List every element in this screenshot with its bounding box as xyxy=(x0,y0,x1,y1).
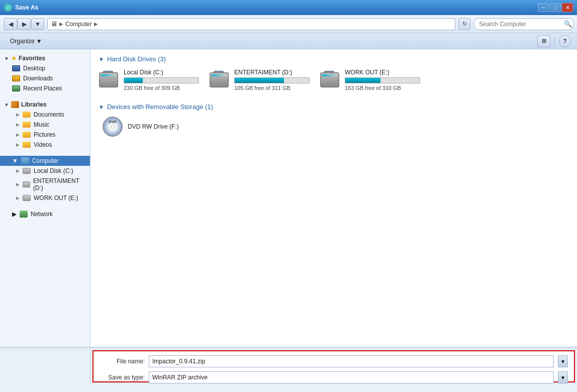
organize-button[interactable]: Organize ▼ xyxy=(6,35,46,47)
sidebar-item-local-disk-c[interactable]: ▶ Local Disk (C:) xyxy=(0,166,90,176)
sidebar-item-documents[interactable]: ▶ Documents xyxy=(0,110,90,120)
breadcrumb[interactable]: 🖥 ▶ Computer ▶ xyxy=(47,18,455,30)
organize-label: Organize xyxy=(10,38,35,45)
recent-places-icon xyxy=(12,85,20,91)
sidebar-item-network[interactable]: ▶ Network xyxy=(0,209,90,219)
favorites-section: ▼ ★ Favorites Desktop Downloads Recent P… xyxy=(0,53,90,93)
search-input[interactable] xyxy=(473,18,574,30)
drive-item-d[interactable]: ENTERTAIMENT (D:) 105 GB free of 311 GB xyxy=(209,69,310,91)
dvd-drive-item[interactable]: DVD RW Drive (F:) xyxy=(103,117,569,137)
music-caret: ▶ xyxy=(16,122,20,127)
hard-disk-caret: ▼ xyxy=(99,56,104,62)
breadcrumb-icon: 🖥 xyxy=(51,20,57,28)
favorites-icon: ★ xyxy=(11,55,17,62)
filename-dropdown[interactable]: ▼ xyxy=(558,355,568,367)
toolbar: Organize ▼ ⊞ ? xyxy=(0,33,577,49)
recent-places-label: Recent Places xyxy=(23,85,62,92)
videos-caret: ▶ xyxy=(16,142,20,147)
filename-input[interactable] xyxy=(149,355,554,367)
libraries-caret: ▼ xyxy=(4,102,9,108)
content-area: ▼ Hard Disk Drives (3) Local D xyxy=(90,49,577,347)
sidebar-item-recent-places[interactable]: Recent Places xyxy=(0,83,90,93)
sidebar-item-computer[interactable]: ▼ Computer xyxy=(0,156,90,166)
desktop-label: Desktop xyxy=(23,65,45,72)
sidebar-item-downloads[interactable]: Downloads xyxy=(0,73,90,83)
videos-label: Videos xyxy=(34,141,52,148)
title-bar: Save As ─ □ ✕ xyxy=(0,0,577,15)
drive-name-c: Local Disk (C:) xyxy=(124,69,199,76)
sidebar-item-pictures[interactable]: ▶ Pictures xyxy=(0,130,90,140)
search-icon: 🔍 xyxy=(563,19,573,29)
favorites-header[interactable]: ▼ ★ Favorites xyxy=(0,53,90,63)
nav-buttons: ◀ ▶ ▼ xyxy=(4,18,44,30)
removable-title: Devices with Removable Storage (1) xyxy=(107,103,213,111)
drives-grid: Local Disk (C:) 230 GB free of 309 GB xyxy=(99,69,569,91)
documents-icon xyxy=(23,112,31,118)
drive-item-c[interactable]: Local Disk (C:) 230 GB free of 309 GB xyxy=(99,69,199,91)
sidebar-item-videos[interactable]: ▶ Videos xyxy=(0,140,90,150)
dropdown-button[interactable]: ▼ xyxy=(31,18,44,30)
view-icon: ⊞ xyxy=(542,38,546,44)
refresh-icon: ↻ xyxy=(462,21,467,27)
window-icon xyxy=(4,4,12,12)
filename-label: File name: xyxy=(100,358,145,365)
local-disk-c-caret: ▶ xyxy=(16,168,20,173)
disk-body-c xyxy=(99,72,118,87)
forward-icon: ▶ xyxy=(22,21,27,28)
local-disk-c-icon xyxy=(23,168,31,174)
back-button[interactable]: ◀ xyxy=(4,18,17,30)
savetype-select[interactable]: WinRAR ZIP archive xyxy=(149,371,554,383)
desktop-icon xyxy=(12,65,20,71)
bottom-area: File name: ▼ Save as type: WinRAR ZIP ar… xyxy=(0,347,577,392)
view-button[interactable]: ⊞ xyxy=(537,35,550,47)
hard-disk-section-header: ▼ Hard Disk Drives (3) xyxy=(99,55,569,63)
back-icon: ◀ xyxy=(9,21,13,28)
drive-item-e[interactable]: WORK OUT (E:) 163 GB free of 310 GB xyxy=(320,69,420,91)
drive-free-e: 163 GB free of 310 GB xyxy=(345,85,420,91)
sidebar-item-workout-e[interactable]: ▶ WORK OUT (E:) xyxy=(0,193,90,203)
dvd-hole xyxy=(111,125,115,129)
libraries-section: ▼ Libraries ▶ Documents ▶ Music ▶ Pictur… xyxy=(0,100,90,150)
disk-body-d xyxy=(210,72,229,87)
sidebar-item-music[interactable]: ▶ Music xyxy=(0,120,90,130)
disk-body-e xyxy=(320,72,339,87)
forward-button[interactable]: ▶ xyxy=(18,18,31,30)
libraries-header[interactable]: ▼ Libraries xyxy=(0,100,90,110)
pictures-label: Pictures xyxy=(34,131,55,138)
drive-icon-d xyxy=(209,71,229,89)
entertainment-d-caret: ▶ xyxy=(16,182,20,187)
title-controls: ─ □ ✕ xyxy=(538,3,573,12)
minimize-button[interactable]: ─ xyxy=(538,3,549,12)
sidebar: ▼ ★ Favorites Desktop Downloads Recent P… xyxy=(0,49,90,347)
favorites-label: Favorites xyxy=(19,55,45,62)
dvd-drive-label: DVD RW Drive (F:) xyxy=(128,123,179,130)
downloads-label: Downloads xyxy=(23,75,53,82)
drive-info-e: WORK OUT (E:) 163 GB free of 310 GB xyxy=(345,69,420,91)
drive-bar-e xyxy=(345,78,380,83)
local-disk-c-label: Local Disk (C:) xyxy=(34,167,73,174)
close-button[interactable]: ✕ xyxy=(562,3,573,12)
sidebar-item-entertainment-d[interactable]: ▶ ENTERTAIMENT (D:) xyxy=(0,176,90,193)
breadcrumb-location: Computer xyxy=(65,21,92,28)
libraries-label: Libraries xyxy=(21,101,47,108)
music-icon xyxy=(23,122,31,128)
drive-icon-c xyxy=(99,71,119,89)
savetype-dropdown[interactable]: ▼ xyxy=(558,371,568,383)
computer-caret: ▼ xyxy=(12,157,18,164)
maximize-button[interactable]: □ xyxy=(550,3,561,12)
savetype-row: Save as type: WinRAR ZIP archive ▼ xyxy=(93,369,574,385)
drive-name-e: WORK OUT (E:) xyxy=(345,69,420,76)
music-label: Music xyxy=(34,121,49,128)
filename-row: File name: ▼ xyxy=(93,353,574,369)
help-button[interactable]: ? xyxy=(559,35,571,47)
dvd-disk-icon xyxy=(103,117,123,137)
savetype-label: Save as type: xyxy=(100,374,145,381)
breadcrumb-separator: ▶ xyxy=(59,21,63,27)
sidebar-item-desktop[interactable]: Desktop xyxy=(0,63,90,73)
libraries-icon xyxy=(11,101,19,108)
refresh-button[interactable]: ↻ xyxy=(458,18,470,30)
drive-top-c: Local Disk (C:) 230 GB free of 309 GB xyxy=(99,69,199,91)
drive-info-c: Local Disk (C:) 230 GB free of 309 GB xyxy=(124,69,199,91)
savetype-value: WinRAR ZIP archive xyxy=(152,374,550,381)
computer-section: ▼ Computer ▶ Local Disk (C:) ▶ ENTERTAIM… xyxy=(0,156,90,203)
